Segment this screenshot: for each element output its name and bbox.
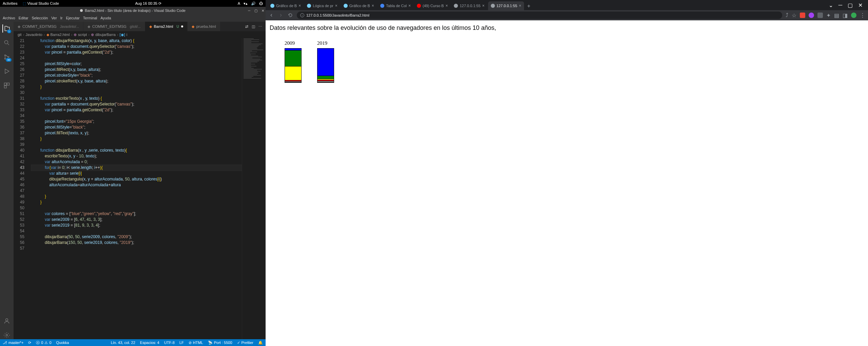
maximize-button[interactable]: ▢ (254, 9, 257, 13)
tab-close-icon[interactable]: × (519, 3, 521, 8)
power-icon[interactable]: ⏻ (259, 1, 263, 5)
settings-icon[interactable] (3, 331, 11, 339)
menu-terminal[interactable]: Terminal (83, 16, 97, 20)
activity-bar: 1 30 (0, 22, 14, 339)
split-editor-icon[interactable]: ◫ (252, 24, 255, 29)
menu-bar: Archivo Editar Selección Ver Ir Ejecutar… (0, 14, 266, 22)
menu-ayuda[interactable]: Ayuda (100, 16, 111, 20)
ext-2-icon[interactable] (809, 13, 814, 18)
language-status[interactable]: ⊘ HTML (189, 341, 203, 345)
tab-close-icon[interactable]: × (445, 3, 448, 8)
svg-rect-4 (4, 83, 7, 85)
tab-close-icon[interactable]: × (298, 3, 301, 8)
compare-icon[interactable]: ⇄ (245, 24, 248, 29)
profile-avatar[interactable] (851, 13, 856, 18)
tab-commit-editmsg-2[interactable]: ◆COMMIT_EDITMSGgitoli/... (83, 22, 145, 31)
editor-tabs: ◆COMMIT_EDITMSGJavaolinto/... ◆COMMIT_ED… (14, 22, 266, 31)
chrome-tab-3[interactable]: Tabla de Col× (378, 1, 413, 10)
bookmark-icon[interactable]: ☆ (792, 12, 796, 19)
ext-3-icon[interactable] (817, 13, 823, 18)
chart-canvas: 20092019 (270, 38, 864, 83)
minimap[interactable] (242, 38, 266, 339)
menu-archivo[interactable]: Archivo (3, 16, 15, 20)
extensions-icon[interactable] (3, 81, 11, 90)
quokka-status[interactable]: Quokka (56, 341, 69, 345)
tab-close-icon[interactable]: × (482, 3, 485, 8)
bar-label: 2019 (317, 40, 327, 46)
menu-editar[interactable]: Editar (19, 16, 28, 20)
problems-status[interactable]: ⓧ 0 ⚠ 0 (36, 340, 51, 345)
chrome-menu-icon[interactable]: ⋮ (860, 12, 865, 19)
debug-icon[interactable] (3, 67, 11, 75)
cursor-position[interactable]: Lín. 43, col. 22 (111, 341, 135, 345)
chrome-tab-6[interactable]: 127.0.0.1:55× (488, 1, 524, 10)
side-panel-icon[interactable]: ◨ (843, 12, 848, 19)
menu-ejecutar[interactable]: Ejecutar (66, 16, 79, 20)
bar-label: 2009 (285, 40, 295, 46)
back-button[interactable] (268, 12, 274, 18)
menu-seleccion[interactable]: Selección (32, 16, 48, 20)
site-info-icon[interactable]: i (300, 13, 304, 17)
chrome-tab-0[interactable]: Gráfico de B× (268, 1, 304, 10)
scm-icon[interactable]: 30 (3, 53, 11, 61)
chrome-tab-2[interactable]: Gráfico de B× (341, 1, 377, 10)
indentation-status[interactable]: Espacios: 4 (140, 341, 159, 345)
chrome-close-button[interactable]: ✕ (858, 2, 863, 8)
chrome-maximize-button[interactable]: ▢ (848, 2, 853, 8)
explorer-badge: 1 (7, 30, 11, 33)
chrome-toolbar: i 127.0.0.1:5500/Javaolinto/Barra2.html … (266, 10, 868, 20)
sync-icon[interactable]: ⟳ (28, 341, 31, 345)
tab-barra2[interactable]: ◆Barra2.htmlU (145, 22, 188, 31)
extensions-icon[interactable]: ✦ (826, 12, 831, 19)
svg-point-0 (4, 40, 8, 44)
svg-point-1 (4, 55, 5, 56)
chrome-tab-strip: Gráfico de B×Lógica de pr×Gráfico de B×T… (266, 0, 868, 10)
more-actions-icon[interactable]: ⋯ (258, 24, 262, 29)
minimize-button[interactable]: ─ (248, 9, 250, 13)
tab-close-icon[interactable]: × (335, 3, 337, 8)
chrome-nav-down-icon[interactable]: ⌄ (829, 2, 833, 8)
svg-rect-6 (4, 86, 7, 88)
activities-button[interactable]: Activities (3, 1, 17, 6)
clock[interactable]: Aug 16 00:35 ⟳ (59, 1, 238, 6)
tab-close-icon[interactable]: × (372, 3, 374, 8)
reload-button[interactable] (287, 12, 293, 18)
window-title: Barra2.html - Sin título (área de trabaj… (85, 8, 186, 13)
dirty-dot-icon (181, 25, 183, 27)
share-icon[interactable]: ⤴ (786, 12, 788, 18)
chrome-tab-5[interactable]: 127.0.0.1:55× (451, 1, 487, 10)
close-button[interactable]: ✕ (262, 9, 264, 13)
new-tab-button[interactable]: + (525, 2, 533, 10)
code-editor[interactable]: 2122232425262728293031323334353637383940… (14, 38, 266, 339)
search-icon[interactable] (3, 39, 11, 47)
menu-ver[interactable]: Ver (51, 16, 57, 20)
encoding-status[interactable]: UTF-8 (164, 341, 175, 345)
ext-1-icon[interactable] (800, 13, 805, 18)
explorer-icon[interactable]: 1 (2, 24, 11, 33)
dirty-indicator-icon (80, 9, 83, 12)
tab-prueba[interactable]: ◆prueba.html (188, 22, 220, 31)
chrome-minimize-button[interactable]: ─ (838, 2, 842, 8)
page-viewport: Datos relevantes sobre la evolución de u… (266, 20, 868, 346)
account-icon[interactable] (3, 317, 11, 325)
current-app[interactable]: ⬚ Visual Studio Code (23, 1, 59, 6)
menu-ir[interactable]: Ir (60, 16, 63, 20)
bar-2019: 2019 (317, 40, 334, 83)
branch-status[interactable]: ⎇ master*+ (3, 341, 23, 345)
eol-status[interactable]: LF (179, 341, 184, 345)
reading-list-icon[interactable]: ▤ (834, 12, 839, 19)
bar-stack (317, 48, 334, 83)
forward-button[interactable] (278, 12, 284, 18)
tab-close-icon[interactable]: × (408, 3, 411, 8)
lang-indicator[interactable]: A (238, 1, 240, 5)
volume-icon[interactable]: 🔊 (251, 1, 256, 6)
prettier-status[interactable]: ✓ Prettier (237, 341, 253, 345)
tab-commit-editmsg-1[interactable]: ◆COMMIT_EDITMSGJavaolinto/... (14, 22, 83, 31)
chrome-tab-4[interactable]: (49) Curso B× (414, 1, 450, 10)
chrome-tab-1[interactable]: Lógica de pr× (304, 1, 340, 10)
address-bar[interactable]: i 127.0.0.1:5500/Javaolinto/Barra2.html (297, 12, 782, 19)
breadcrumbs[interactable]: git› Javaolinto› ◆Barra2.html› ⊕script› … (14, 31, 266, 38)
notifications-icon[interactable]: 🔔 (258, 341, 263, 345)
network-icon[interactable]: ▾▴ (244, 1, 248, 6)
live-server-status[interactable]: 📡 Port : 5500 (208, 341, 232, 345)
